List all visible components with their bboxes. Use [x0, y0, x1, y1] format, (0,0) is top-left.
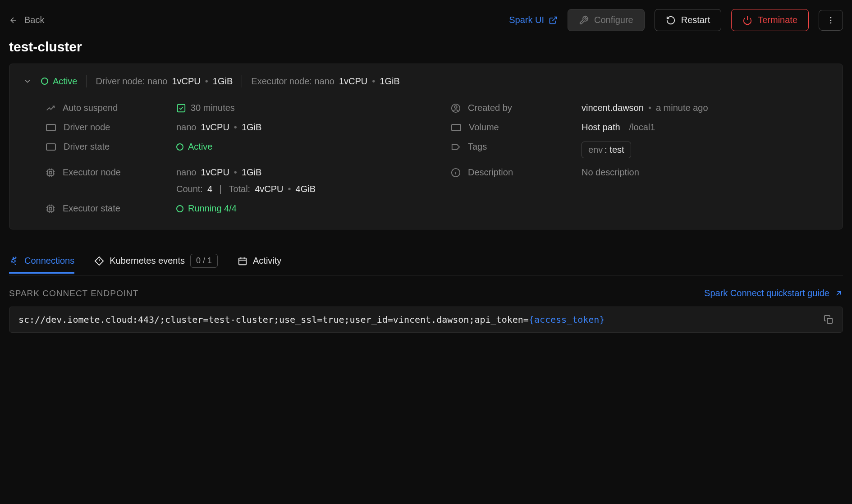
status-dot-icon [41, 78, 48, 85]
chevron-down-icon[interactable] [23, 77, 32, 86]
cpu-icon [46, 204, 55, 214]
spark-ui-label: Spark UI [509, 15, 544, 25]
tag-icon [451, 142, 461, 152]
more-vertical-icon [826, 16, 835, 25]
arrow-left-icon [9, 16, 18, 25]
back-button[interactable]: Back [9, 15, 44, 25]
tags-row: Tags env : test [451, 142, 829, 158]
external-link-icon [834, 289, 843, 298]
svg-rect-12 [48, 206, 54, 211]
terminate-button[interactable]: Terminate [731, 9, 809, 31]
power-icon [742, 15, 752, 25]
configure-label: Configure [594, 15, 633, 25]
driver-summary: Driver node: nano 1vCPU • 1GiB [96, 76, 233, 87]
driver-node-row: Driver node nano 1vCPU • 1GiB [46, 122, 424, 133]
quickstart-guide-link[interactable]: Spark Connect quickstart guide [704, 288, 843, 298]
tab-activity[interactable]: Activity [238, 249, 281, 274]
tab-kubernetes-events[interactable]: Kubernetes events 0 / 1 [94, 247, 218, 275]
divider [242, 75, 242, 87]
svg-rect-6 [46, 124, 55, 131]
executor-node-row: Executor node nano 1vCPU • 1GiB Count: 4… [46, 167, 424, 194]
driver-state-row: Driver state Active [46, 142, 424, 158]
wrench-icon [579, 15, 589, 25]
restart-label: Restart [681, 15, 710, 25]
endpoint-box: sc://dev.iomete.cloud:443/;cluster=test-… [9, 307, 843, 333]
page-title: test-cluster [9, 39, 843, 55]
spark-ui-link[interactable]: Spark UI [509, 15, 558, 25]
created-by-row: Created by vincent.dawson • a minute ago [451, 103, 829, 113]
restart-icon [666, 15, 676, 25]
rectangle-icon [46, 143, 56, 151]
svg-point-1 [830, 19, 832, 21]
status-text: Active [53, 76, 77, 87]
executor-summary: Executor node: nano 1vCPU • 1GiB [251, 76, 399, 87]
terminate-label: Terminate [758, 15, 797, 25]
alert-icon [94, 256, 104, 266]
user-icon [451, 103, 461, 113]
info-icon [451, 168, 461, 178]
svg-rect-9 [48, 170, 54, 175]
check-square-icon [176, 103, 186, 113]
status-dot-icon [176, 205, 183, 212]
svg-point-2 [830, 22, 832, 23]
svg-point-0 [830, 17, 832, 18]
rectangle-icon [46, 124, 56, 132]
svg-rect-10 [49, 171, 52, 174]
external-link-icon [549, 16, 558, 25]
arrow-bounce-icon [46, 103, 55, 113]
svg-rect-13 [49, 207, 52, 210]
plug-icon [9, 256, 19, 266]
configure-button: Configure [568, 9, 645, 31]
status-dot-icon [176, 143, 183, 151]
svg-point-5 [454, 105, 457, 108]
description-row: Description No description [451, 167, 829, 194]
tag-chip: env : test [582, 142, 631, 158]
svg-rect-14 [239, 258, 247, 265]
svg-rect-8 [46, 144, 55, 150]
tab-connections[interactable]: Connections [9, 249, 74, 274]
back-label: Back [24, 15, 44, 25]
endpoint-value: sc://dev.iomete.cloud:443/;cluster=test-… [18, 314, 605, 325]
status-badge: Active [41, 76, 77, 87]
volume-row: Volume Host path /local1 [451, 122, 829, 133]
events-count-badge: 0 / 1 [190, 254, 218, 268]
cpu-icon [46, 168, 55, 178]
restart-button[interactable]: Restart [655, 9, 721, 31]
calendar-icon [238, 256, 247, 266]
copy-icon[interactable] [824, 315, 834, 325]
cluster-summary-panel: Active Driver node: nano 1vCPU • 1GiB Ex… [9, 64, 843, 229]
auto-suspend-row: Auto suspend 30 minutes [46, 103, 424, 113]
executor-state-row: Executor state Running 4/4 [46, 203, 424, 214]
svg-rect-7 [452, 124, 461, 131]
tabs: Connections Kubernetes events 0 / 1 Acti… [9, 247, 843, 275]
svg-rect-3 [178, 104, 185, 112]
rectangle-icon [451, 124, 462, 132]
divider [86, 75, 87, 87]
more-button[interactable] [819, 10, 843, 31]
endpoint-title: SPARK CONNECT ENDPOINT [9, 289, 138, 298]
svg-rect-15 [827, 318, 832, 323]
